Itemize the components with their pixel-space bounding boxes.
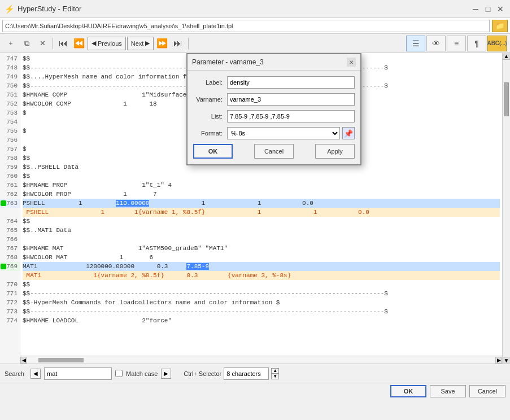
code-line[interactable]: $$: [23, 280, 500, 289]
ok-button[interactable]: OK: [390, 385, 426, 397]
open-folder-button[interactable]: 📁: [492, 20, 508, 32]
code-line[interactable]: MAT1 1{varname 2, %8.5f} 0.3 {varname 3,…: [23, 271, 500, 280]
code-line[interactable]: $HWCOLOR MAT 1 6: [23, 253, 500, 262]
code-line[interactable]: $HMNAME LOADCOL 2"force": [23, 316, 500, 325]
line-number: 753: [0, 108, 20, 117]
spin-up-button[interactable]: ▲: [271, 368, 279, 374]
line-number: 760: [0, 172, 20, 181]
close-button[interactable]: ✕: [495, 4, 505, 14]
label-input[interactable]: [227, 76, 355, 89]
code-line[interactable]: $$: [23, 172, 500, 181]
pin-button[interactable]: 📌: [342, 127, 355, 139]
code-line[interactable]: PSHELL 1 110.00000 1 1 0.0: [23, 199, 500, 208]
scroll-up-button[interactable]: ▲: [503, 53, 510, 60]
filepath-bar: 📁: [0, 18, 510, 34]
list-field-label: List:: [193, 113, 227, 120]
list-view-button[interactable]: ≡: [447, 36, 466, 51]
previous-button[interactable]: ◀ Previous: [88, 37, 126, 50]
prev-arrow-icon: ◀: [91, 40, 96, 47]
line-number: 774: [0, 316, 20, 325]
search-next-button[interactable]: ▶: [161, 369, 171, 379]
line-number: 764: [0, 217, 20, 226]
columns-view-button[interactable]: ☰: [406, 36, 425, 51]
title-bar: ⚡ HyperStudy - Editor ─ □ ✕: [0, 0, 510, 18]
line-number: 766: [0, 235, 20, 244]
next-label: Next: [131, 40, 144, 47]
filepath-input[interactable]: [2, 20, 490, 32]
line-number: 755: [0, 126, 20, 135]
format-field-label: Format:: [193, 130, 227, 137]
vertical-scrollbar[interactable]: ▲ ▼: [502, 53, 510, 364]
line-number: 757: [0, 145, 20, 154]
prev-page-button[interactable]: ⏪: [72, 36, 86, 51]
code-line[interactable]: $$--------------------------------------…: [23, 307, 500, 316]
code-line[interactable]: MAT1 1200000.00000 0.3 7.85-9: [23, 262, 500, 271]
dialog-body: Label: Varname: List: Format: %-8s %8.5f…: [188, 71, 360, 164]
dialog-cancel-button[interactable]: Cancel: [254, 144, 294, 159]
line-number: 752: [0, 99, 20, 108]
selector-input[interactable]: [224, 368, 269, 380]
format-select[interactable]: %-8s %8.5f %d %s: [227, 127, 340, 139]
line-number: 747: [0, 54, 20, 63]
ctrl-selector: Ctrl+ Selector ▲ ▼: [184, 368, 279, 380]
line-number: 756: [0, 135, 20, 145]
h-scroll-track[interactable]: [27, 357, 495, 363]
line-number: 762: [0, 190, 20, 199]
minimize-button[interactable]: ─: [470, 4, 481, 14]
spin-down-button[interactable]: ▼: [271, 374, 279, 379]
code-line[interactable]: $$..MAT1 Data: [23, 226, 500, 235]
dialog-close-button[interactable]: ✕: [347, 58, 356, 67]
varname-input[interactable]: [227, 93, 355, 106]
match-case-checkbox[interactable]: [115, 370, 123, 377]
code-line[interactable]: $HWCOLOR PROP 1 7: [23, 190, 500, 199]
next-button[interactable]: Next ▶: [127, 37, 154, 50]
dialog-titlebar: Parameter - varname_3 ✕: [188, 54, 360, 71]
add-button[interactable]: +: [3, 36, 18, 51]
last-button[interactable]: ⏭: [171, 36, 185, 51]
dialog-ok-button[interactable]: OK: [193, 144, 233, 159]
code-line[interactable]: $$--------------------------------------…: [23, 289, 500, 298]
dialog-apply-button[interactable]: Apply: [315, 144, 355, 159]
eye-view-button[interactable]: 👁: [426, 36, 446, 51]
toolbar: + ⧉ ✕ ⏮ ⏪ ◀ Previous Next ▶ ⏩ ⏭ ☰ 👁 ≡ ¶ …: [0, 34, 510, 53]
list-input[interactable]: [227, 110, 355, 123]
code-line[interactable]: PSHELL 1 1{varname 1, %8.5f} 1 1 0.0: [23, 208, 500, 217]
save-button[interactable]: Save: [430, 385, 466, 397]
delete-button[interactable]: ✕: [35, 36, 50, 51]
code-line[interactable]: $$·HyperMesh Commands for loadcollectors…: [23, 298, 500, 307]
editor-area: 7477487497507517527537547557567577587597…: [0, 53, 510, 364]
varname-field-label: Varname:: [193, 96, 227, 103]
parameter-dialog: Parameter - varname_3 ✕ Label: Varname: …: [186, 53, 361, 165]
app-icon: ⚡: [5, 5, 14, 14]
line-number: 754: [0, 117, 20, 126]
scroll-thumb[interactable]: [504, 82, 509, 116]
search-input[interactable]: [44, 368, 112, 380]
window-controls: ─ □ ✕: [470, 4, 505, 14]
abc-button[interactable]: ABC(...): [487, 36, 507, 51]
label-row: Label:: [193, 76, 355, 89]
scroll-right-button[interactable]: ▶: [495, 357, 502, 364]
copy-button[interactable]: ⧉: [19, 36, 34, 51]
search-prev-button[interactable]: ◀: [30, 369, 41, 379]
line-number: 763: [0, 199, 20, 208]
line-number: [0, 208, 20, 217]
line-number: 751: [0, 90, 20, 99]
code-line[interactable]: $HMNAME MAT 1"ASTM500_gradeB" "MAT1": [23, 244, 500, 253]
search-label: Search: [5, 370, 27, 377]
toolbar-separator-1: [53, 38, 53, 49]
maximize-button[interactable]: □: [483, 4, 493, 14]
scroll-left-button[interactable]: ◀: [20, 357, 27, 364]
first-button[interactable]: ⏮: [56, 36, 71, 51]
cancel-button[interactable]: Cancel: [469, 385, 505, 397]
dialog-buttons: OK Cancel Apply: [193, 144, 355, 159]
h-scroll-thumb[interactable]: [38, 358, 84, 362]
horizontal-scrollbar[interactable]: ◀ ▶: [20, 356, 502, 364]
code-line[interactable]: [23, 235, 500, 244]
scroll-track[interactable]: [503, 60, 510, 357]
scroll-down-button[interactable]: ▼: [503, 357, 510, 364]
code-line[interactable]: $HMNAME PROP 1"t_1" 4: [23, 181, 500, 190]
code-line[interactable]: $$: [23, 217, 500, 226]
next-page-button[interactable]: ⏩: [155, 36, 169, 51]
match-case-label: Match case: [126, 370, 158, 377]
paragraph-button[interactable]: ¶: [467, 36, 486, 51]
